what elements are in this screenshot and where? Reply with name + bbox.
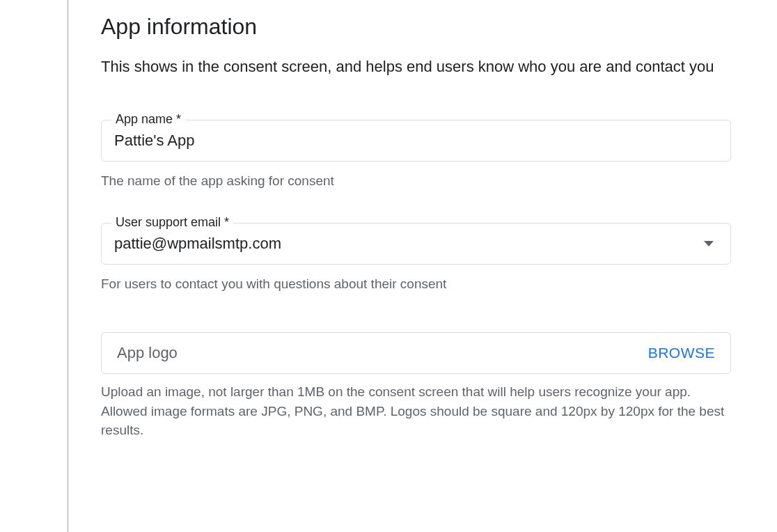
support-email-value: pattie@wpmailsmtp.com [114, 235, 281, 253]
section-title: App information [101, 14, 731, 40]
support-email-field[interactable]: User support email * pattie@wpmailsmtp.c… [101, 223, 731, 265]
app-name-field-wrap: App name * [101, 120, 731, 162]
support-email-helper: For users to contact you with questions … [101, 274, 731, 294]
app-name-input[interactable] [114, 132, 718, 150]
vertical-divider [68, 0, 68, 532]
app-logo-field[interactable]: App logo BROWSE [101, 332, 731, 374]
app-name-field[interactable]: App name * [101, 120, 731, 162]
support-email-field-wrap: User support email * pattie@wpmailsmtp.c… [101, 223, 731, 265]
app-logo-placeholder: App logo [117, 344, 178, 362]
support-email-label: User support email * [111, 215, 233, 230]
app-information-section: App information This shows in the consen… [101, 14, 731, 440]
app-name-helper: The name of the app asking for consent [101, 171, 731, 191]
chevron-down-icon [704, 241, 714, 247]
app-logo-helper: Upload an image, not larger than 1MB on … [101, 382, 731, 440]
section-description: This shows in the consent screen, and he… [101, 55, 731, 78]
app-name-label: App name * [111, 112, 185, 127]
browse-button[interactable]: BROWSE [648, 345, 715, 361]
